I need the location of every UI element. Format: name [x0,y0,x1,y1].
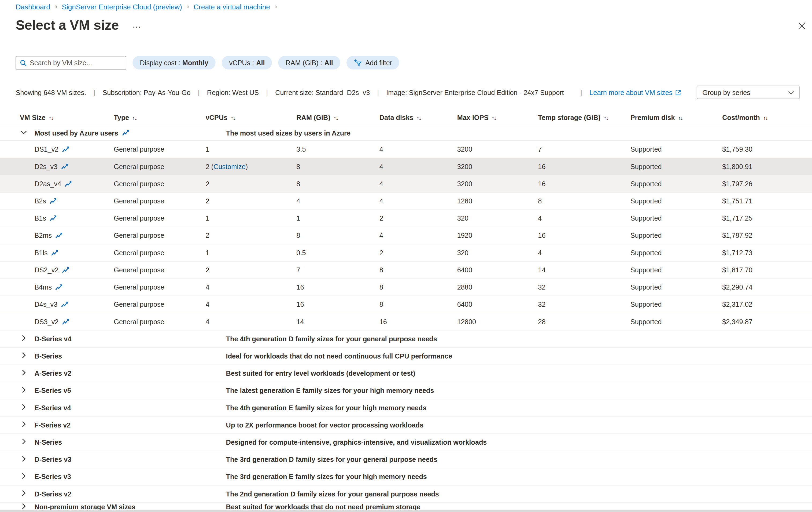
column-header-data-disks[interactable]: Data disks↑↓ [379,113,421,121]
series-group-row[interactable]: E-Series v5 The latest generation E fami… [0,382,812,399]
column-header-vm-size[interactable]: VM Size↑↓ [20,113,53,121]
breadcrumb-signserver[interactable]: SignServer Enterprise Cloud (preview) [62,3,182,11]
vm-cost: $2,290.74 [722,284,752,291]
vm-type: General purpose [114,318,164,325]
vm-size-row[interactable]: DS1_v2 General purpose 1 3.5 4 3200 7 Su… [0,141,812,158]
column-header-ram[interactable]: RAM (GiB)↑↓ [296,113,338,121]
column-header-cost[interactable]: Cost/month↑↓ [722,113,767,121]
chevron-right-icon[interactable] [20,334,27,343]
add-filter-button[interactable]: Add filter [346,56,399,70]
column-header-type[interactable]: Type↑↓ [114,113,137,121]
series-group-row[interactable]: E-Series v3 The 3rd generation E family … [0,468,812,486]
chevron-right-icon[interactable] [20,404,27,412]
vm-temp-storage: 14 [538,266,546,274]
series-group-row[interactable]: A-Series v2 Best suited for entry level … [0,365,812,382]
trend-icon [62,319,69,325]
vm-size-row[interactable]: B1ls General purpose 1 0.5 2 320 4 Suppo… [0,244,812,262]
vm-size-name[interactable]: B1ls [34,249,48,257]
vm-size-row[interactable]: DS2_v2 General purpose 2 7 8 6400 14 Sup… [0,262,812,279]
vm-size-name[interactable]: DS2_v2 [34,266,58,274]
vm-size-name[interactable]: D2as_v4 [34,180,61,188]
chevron-right-icon[interactable] [20,455,27,464]
learn-more-link[interactable]: Learn more about VM sizes [589,88,680,96]
group-by-select[interactable]: Group by series [697,86,800,99]
series-name: B-Series [34,352,62,360]
vm-ram: 8 [296,232,300,239]
series-group-row[interactable]: N-Series Designed for compute-intensive,… [0,434,812,451]
column-header-max-iops[interactable]: Max IOPS↑↓ [457,113,496,121]
column-header-vcpus[interactable]: vCPUs↑↓ [206,113,235,121]
trend-icon [61,163,68,169]
series-name: A-Series v2 [34,370,71,377]
customize-link[interactable]: Customize [213,163,245,170]
vm-ram: 16 [296,284,304,291]
vm-size-row[interactable]: DS3_v2 General purpose 4 14 16 12800 28 … [0,314,812,331]
vm-max-iops: 3200 [457,145,472,153]
vm-size-table: VM Size↑↓ Type↑↓ vCPUs↑↓ RAM (GiB)↑↓ Dat… [0,110,812,511]
series-rows: D-Series v4 The 4th generation D family … [0,331,812,503]
vm-size-name[interactable]: B4ms [34,284,52,291]
vm-size-row[interactable]: B2ms General purpose 2 8 4 1920 16 Suppo… [0,227,812,244]
chevron-right-icon[interactable] [20,421,27,429]
filter-pill-ram[interactable]: RAM (GiB) :All [278,56,340,70]
vm-size-name[interactable]: D2s_v3 [34,163,57,170]
vm-size-name[interactable]: D4s_v3 [34,300,57,308]
vm-size-name[interactable]: DS3_v2 [34,318,58,325]
more-options-icon[interactable]: ⋯ [133,19,141,32]
series-group-row[interactable]: D-Series v2 The 2nd generation D family … [0,486,812,503]
filter-pill-label: RAM (GiB) : [286,59,322,66]
vm-data-disks: 4 [379,197,383,205]
chevron-right-icon[interactable] [20,369,27,378]
group-description: The most used sizes by users in Azure [226,129,350,137]
filter-pill-display-cost[interactable]: Display cost :Monthly [133,56,215,70]
series-group-row[interactable]: F-Series v2 Up to 2X performance boost f… [0,417,812,434]
column-header-premium-disk[interactable]: Premium disk↑↓ [631,113,683,121]
vm-size-row[interactable]: B4ms General purpose 4 16 8 2880 32 Supp… [0,279,812,296]
vm-size-name[interactable]: B2s [34,197,46,205]
vm-size-row[interactable]: B2s General purpose 2 4 4 1280 8 Support… [0,193,812,210]
trend-icon [122,130,129,136]
vm-type: General purpose [114,300,164,308]
group-header-most-used[interactable]: Most used by Azure users The most used s… [0,125,812,141]
vm-cost: $2,317.02 [722,300,752,308]
chevron-right-icon[interactable] [20,490,27,498]
showing-count: Showing 648 VM sizes. [16,88,86,96]
vm-premium-disk: Supported [631,300,662,308]
horizontal-scrollbar[interactable] [0,509,812,512]
series-group-row[interactable]: D-Series v4 The 4th generation D family … [0,331,812,348]
vm-premium-disk: Supported [631,214,662,222]
series-name: D-Series v2 [34,490,71,498]
group-name: Most used by Azure users [34,129,118,137]
vm-size-row[interactable]: B1s General purpose 1 1 2 320 4 Supporte… [0,210,812,227]
series-group-row[interactable]: D-Series v3 The 3rd generation D family … [0,451,812,468]
breadcrumb-dashboard[interactable]: Dashboard [16,3,50,11]
chevron-right-icon[interactable] [20,386,27,395]
vm-type: General purpose [114,249,164,257]
vm-size-name[interactable]: B2ms [34,232,52,239]
vm-size-row[interactable]: D2as_v4 General purpose 2 8 4 3200 16 Su… [0,176,812,193]
close-icon[interactable] [797,21,807,32]
status-bar: Showing 648 VM sizes. | Subscription: Pa… [16,82,800,102]
series-group-row[interactable]: B-Series Ideal for workloads that do not… [0,348,812,365]
vm-size-name[interactable]: DS1_v2 [34,145,58,153]
breadcrumb-create-vm[interactable]: Create a virtual machine [194,3,270,11]
vm-max-iops: 320 [457,214,468,222]
series-description: The 2nd generation D family sizes for yo… [226,490,439,498]
vm-size-row[interactable]: D4s_v3 General purpose 4 16 8 6400 32 Su… [0,296,812,313]
chevron-right-icon[interactable] [20,438,27,447]
vm-type: General purpose [114,180,164,188]
vm-size-row[interactable]: D2s_v3 General purpose 2 (Customize) 8 4… [0,158,812,176]
chevron-right-icon[interactable] [20,352,27,360]
chevron-down-icon[interactable] [20,129,27,137]
vm-temp-storage: 8 [538,197,542,205]
sort-icon: ↑↓ [49,114,53,121]
vm-size-name[interactable]: B1s [34,214,46,222]
filter-pill-vcpus[interactable]: vCPUs :All [222,56,272,70]
column-header-temp-storage[interactable]: Temp storage (GiB)↑↓ [538,113,608,121]
separator: | [580,88,582,96]
search-input[interactable] [16,56,126,69]
chevron-right-icon[interactable] [20,473,27,481]
trend-icon [50,215,57,221]
series-group-row[interactable]: E-Series v4 The 4th generation E family … [0,400,812,417]
vm-vcpus: 2 [206,197,209,205]
